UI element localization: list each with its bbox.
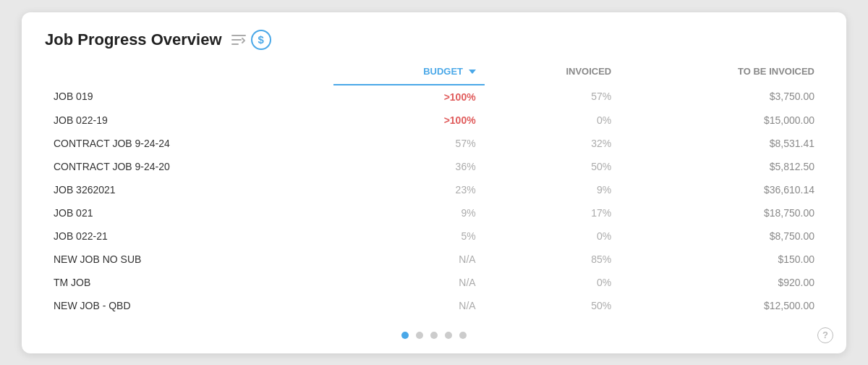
budget-cell: N/A	[333, 294, 484, 317]
invoiced-cell: 0%	[485, 271, 621, 294]
job-name-cell: NEW JOB NO SUB	[45, 248, 333, 271]
invoiced-cell: 9%	[485, 178, 621, 201]
to-be-invoiced-cell: $15,000.00	[620, 109, 823, 132]
job-name-cell: TM JOB	[45, 271, 333, 294]
budget-cell: N/A	[333, 271, 484, 294]
table-row: JOB 022-19>100%0%$15,000.00	[45, 109, 823, 132]
job-name-cell: JOB 022-21	[45, 225, 333, 248]
to-be-invoiced-cell: $5,812.50	[620, 155, 823, 178]
job-name-cell: JOB 019	[45, 85, 333, 109]
table-row: NEW JOB NO SUBN/A85%$150.00	[45, 248, 823, 271]
invoiced-cell: 50%	[485, 294, 621, 317]
budget-cell: 5%	[333, 225, 484, 248]
job-progress-card: Job Progress Overview $ BUDGET INVOICED	[22, 12, 846, 353]
budget-cell: >100%	[333, 85, 484, 109]
to-be-invoiced-cell: $18,750.00	[620, 201, 823, 225]
pagination-dot-1[interactable]	[416, 332, 423, 339]
page-title: Job Progress Overview	[45, 30, 222, 49]
invoiced-cell: 50%	[485, 155, 621, 178]
col-budget[interactable]: BUDGET	[333, 62, 484, 85]
table-row: CONTRACT JOB 9-24-2036%50%$5,812.50	[45, 155, 823, 178]
budget-cell: 57%	[333, 132, 484, 155]
budget-cell: 23%	[333, 178, 484, 201]
to-be-invoiced-cell: $920.00	[620, 271, 823, 294]
table-row: NEW JOB - QBDN/A50%$12,500.00	[45, 294, 823, 317]
job-name-cell: CONTRACT JOB 9-24-20	[45, 155, 333, 178]
list-filter-icon[interactable]	[231, 32, 247, 48]
job-name-cell: NEW JOB - QBD	[45, 294, 333, 317]
help-icon[interactable]: ?	[817, 327, 833, 343]
table-row: JOB 022-215%0%$8,750.00	[45, 225, 823, 248]
job-name-cell: JOB 3262021	[45, 178, 333, 201]
table-header-row: BUDGET INVOICED TO BE INVOICED	[45, 62, 823, 85]
invoiced-cell: 0%	[485, 225, 621, 248]
pagination-dot-2[interactable]	[430, 332, 438, 339]
pagination-dot-0[interactable]	[401, 332, 409, 339]
table-row: TM JOBN/A0%$920.00	[45, 271, 823, 294]
budget-cell: 36%	[333, 155, 484, 178]
dollar-icon[interactable]: $	[251, 30, 271, 50]
pagination-dots	[45, 332, 823, 339]
table-body: JOB 019>100%57%$3,750.00JOB 022-19>100%0…	[45, 85, 823, 317]
to-be-invoiced-cell: $8,750.00	[620, 225, 823, 248]
to-be-invoiced-cell: $36,610.14	[620, 178, 823, 201]
invoiced-cell: 17%	[485, 201, 621, 225]
sort-arrow-icon	[469, 70, 476, 74]
invoiced-cell: 32%	[485, 132, 621, 155]
to-be-invoiced-cell: $8,531.41	[620, 132, 823, 155]
invoiced-cell: 0%	[485, 109, 621, 132]
to-be-invoiced-cell: $3,750.00	[620, 85, 823, 109]
budget-cell: 9%	[333, 201, 484, 225]
to-be-invoiced-cell: $150.00	[620, 248, 823, 271]
budget-cell: N/A	[333, 248, 484, 271]
to-be-invoiced-cell: $12,500.00	[620, 294, 823, 317]
invoiced-cell: 57%	[485, 85, 621, 109]
table-row: JOB 326202123%9%$36,610.14	[45, 178, 823, 201]
job-name-cell: CONTRACT JOB 9-24-24	[45, 132, 333, 155]
col-invoiced: INVOICED	[485, 62, 621, 85]
col-to-be-invoiced: TO BE INVOICED	[620, 62, 823, 85]
card-header: Job Progress Overview $	[45, 30, 823, 50]
pagination-dot-3[interactable]	[445, 332, 452, 339]
col-job	[45, 62, 333, 85]
table-row: JOB 0219%17%$18,750.00	[45, 201, 823, 225]
data-table-wrapper: BUDGET INVOICED TO BE INVOICED JOB 019>1…	[45, 62, 823, 317]
table-row: JOB 019>100%57%$3,750.00	[45, 85, 823, 109]
job-name-cell: JOB 022-19	[45, 109, 333, 132]
table-row: CONTRACT JOB 9-24-2457%32%$8,531.41	[45, 132, 823, 155]
pagination-dot-4[interactable]	[459, 332, 467, 339]
job-name-cell: JOB 021	[45, 201, 333, 225]
invoiced-cell: 85%	[485, 248, 621, 271]
budget-cell: >100%	[333, 109, 484, 132]
job-progress-table: BUDGET INVOICED TO BE INVOICED JOB 019>1…	[45, 62, 823, 317]
